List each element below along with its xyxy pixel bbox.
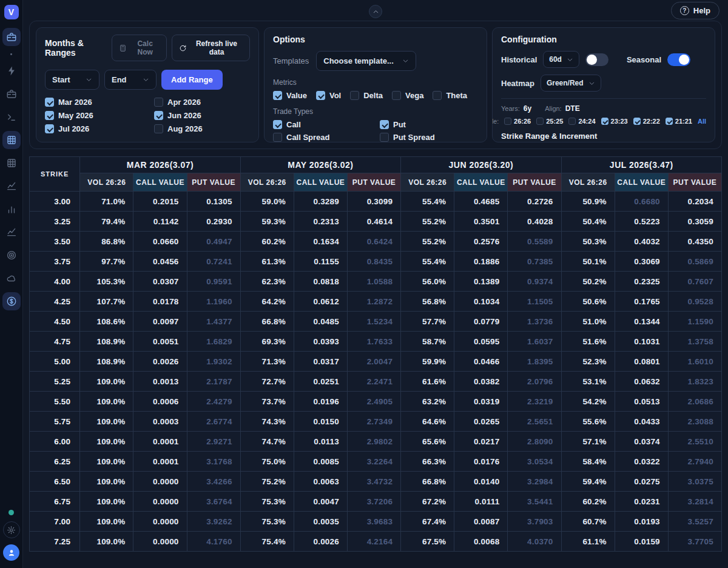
month-checkbox-jun-2026[interactable]: Jun 2026 <box>154 111 250 120</box>
sidebar-item-workspace[interactable] <box>2 28 21 46</box>
put-value-cell: 0.5869 <box>668 252 721 272</box>
sidebar-item-indicator[interactable] <box>2 51 21 57</box>
sidebar-item-grid-alt[interactable] <box>2 154 21 172</box>
call-value-cell: 0.1765 <box>615 292 668 312</box>
calc-now-button[interactable]: Calc Now <box>112 35 167 61</box>
checkbox-checked-icon <box>633 118 641 125</box>
put-value-cell: 2.6774 <box>187 412 240 432</box>
call-value-cell: 0.0319 <box>454 392 508 412</box>
sidebar-item-quick-actions[interactable] <box>2 62 21 80</box>
visible-checkbox-24-24[interactable]: 24:24 <box>568 118 595 125</box>
visible-checkbox-22-22[interactable]: 22:22 <box>633 118 660 125</box>
call-value-cell: 0.1634 <box>294 232 347 252</box>
table-row: 6.50109.0%0.00003.426675.2%0.00633.47326… <box>30 472 722 492</box>
template-select[interactable]: Choose template... <box>316 51 416 71</box>
heatmap-scheme-select[interactable]: Green/Red <box>541 75 601 92</box>
visible-checkbox-25-25[interactable]: 25:25 <box>536 118 563 125</box>
historical-toggle[interactable] <box>585 53 608 66</box>
settings-button[interactable] <box>3 521 20 538</box>
month-checkbox-aug-2026[interactable]: Aug 2026 <box>154 124 250 133</box>
month-checkbox-mar-2026-label: Mar 2026 <box>58 98 92 107</box>
metric-checkbox-delta-label: Delta <box>363 91 383 100</box>
sidebar-item-options-matrix[interactable] <box>2 131 21 149</box>
put-value-cell: 0.6424 <box>347 232 400 252</box>
month-checkbox-jul-2026-label: Jul 2026 <box>58 124 89 133</box>
vol-value-cell: 66.8% <box>240 312 294 332</box>
month-checkbox-may-2026[interactable]: May 2026 <box>45 111 154 120</box>
put-value-cell: 4.1760 <box>187 532 240 552</box>
strike-value: 7.25 <box>30 532 80 552</box>
sidebar-item-cloud[interactable] <box>2 269 21 287</box>
call-column-header: CALL VALUE <box>454 173 508 192</box>
call-column-header: CALL VALUE <box>615 173 668 192</box>
main-area: ? Help Months & Ranges Calc Now Refresh … <box>23 0 728 568</box>
cloud-icon <box>6 273 17 284</box>
seasonal-toggle[interactable] <box>667 53 690 66</box>
strike-column-header: STRIKE <box>30 157 80 192</box>
strike-value: 3.00 <box>30 192 80 212</box>
vol-value-cell: 97.7% <box>80 252 133 272</box>
call-value-cell: 0.2576 <box>454 232 508 252</box>
trade-type-checkbox-call-spread[interactable]: Call Spread <box>273 133 380 142</box>
put-value-cell: 1.9302 <box>187 352 240 372</box>
vol-column-header: VOL 26:26 <box>80 173 133 192</box>
checkbox-checked-icon <box>45 98 54 107</box>
call-value-cell: 0.0779 <box>454 312 508 332</box>
add-range-button[interactable]: Add Range <box>161 70 223 90</box>
strike-value: 4.75 <box>30 332 80 352</box>
vol-value-cell: 51.0% <box>561 312 615 332</box>
sidebar-item-target[interactable] <box>2 246 21 264</box>
metric-checkbox-theta[interactable]: Theta <box>433 91 467 100</box>
sidebar-item-terminal[interactable] <box>2 108 21 126</box>
vol-value-cell: 75.0% <box>240 452 294 472</box>
call-value-cell: 0.0051 <box>133 332 187 352</box>
refresh-live-data-button[interactable]: Refresh live data <box>172 35 250 61</box>
put-value-cell: 3.2814 <box>668 492 721 512</box>
trade-type-checkbox-put-spread[interactable]: Put Spread <box>380 133 448 142</box>
sidebar-item-portfolio[interactable] <box>2 85 21 103</box>
trade-type-checkbox-put[interactable]: Put <box>380 120 448 129</box>
call-value-cell: 0.1344 <box>615 312 668 332</box>
vol-value-cell: 109.0% <box>80 432 133 452</box>
metric-checkbox-value[interactable]: Value <box>273 91 307 100</box>
app-logo[interactable]: V <box>4 5 19 19</box>
sidebar-item-charts-alt[interactable] <box>2 223 21 241</box>
put-value-cell: 3.5257 <box>668 512 721 532</box>
end-month-select[interactable]: End <box>104 70 157 90</box>
checkbox-checked-icon <box>601 118 608 125</box>
metric-checkbox-vega[interactable]: Vega <box>392 91 423 100</box>
table-row: 4.00105.3%0.03070.959162.3%0.08181.05885… <box>30 272 722 292</box>
visible-checkbox-26-26[interactable]: 26:26 <box>504 118 531 125</box>
put-value-cell: 1.6829 <box>187 332 240 352</box>
help-button[interactable]: ? Help <box>671 2 720 19</box>
collapse-panels-button[interactable] <box>369 5 382 18</box>
metric-checkbox-delta[interactable]: Delta <box>350 91 383 100</box>
start-month-select[interactable]: Start <box>45 70 99 90</box>
month-checkbox-apr-2026[interactable]: Apr 2026 <box>154 98 250 107</box>
call-value-cell: 0.0466 <box>454 352 508 372</box>
sidebar-item-analytics[interactable] <box>2 200 21 218</box>
month-checkbox-jul-2026[interactable]: Jul 2026 <box>45 124 154 133</box>
put-value-cell: 3.2984 <box>508 472 561 492</box>
checkbox-unchecked-icon <box>433 91 442 100</box>
sidebar-item-charts[interactable] <box>2 177 21 195</box>
sidebar-item-pricing[interactable] <box>2 292 21 310</box>
visible-checkbox-21-21[interactable]: 21:21 <box>666 118 692 125</box>
visible-all-link[interactable]: All <box>698 118 706 125</box>
briefcase-icon <box>6 32 17 42</box>
user-avatar[interactable] <box>3 544 19 561</box>
call-value-cell: 0.0001 <box>133 432 187 452</box>
put-value-cell: 2.5510 <box>668 432 721 452</box>
metric-checkbox-vol[interactable]: Vol <box>316 91 341 100</box>
metric-checkbox-value-label: Value <box>286 91 307 100</box>
historical-period-select[interactable]: 60d <box>543 51 579 68</box>
call-value-cell: 0.0217 <box>454 432 508 452</box>
historical-label: Historical <box>501 55 537 64</box>
visible-checkbox-23-23[interactable]: 23:23 <box>601 118 628 125</box>
month-checkbox-mar-2026[interactable]: Mar 2026 <box>45 98 154 107</box>
toggle-knob <box>679 55 689 65</box>
put-value-cell: 0.2930 <box>187 212 240 232</box>
trade-type-checkbox-call[interactable]: Call <box>273 120 380 129</box>
put-value-cell: 2.4905 <box>347 392 400 412</box>
table-row: 7.00109.0%0.00003.926275.3%0.00353.96836… <box>30 512 722 532</box>
